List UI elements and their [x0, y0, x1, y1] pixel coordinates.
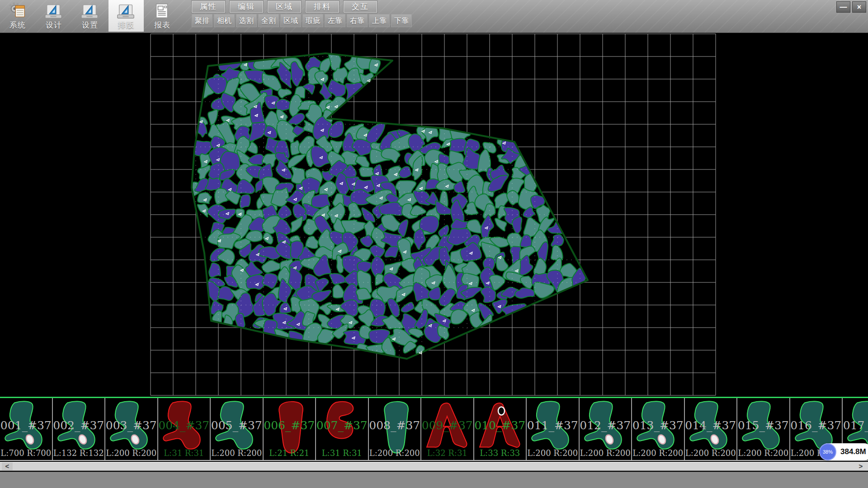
piece-thumbnail[interactable]: 003_#37L:200 R:200: [105, 398, 158, 460]
menu-button-row2-0[interactable]: 聚排: [192, 14, 212, 27]
piece-lr-count: L:31 R:31: [316, 448, 368, 458]
piece-id: 016_#37: [790, 419, 842, 432]
scroll-left-button[interactable]: <: [2, 462, 13, 470]
window-controls: —×: [836, 1, 866, 13]
toolbar-button-label: 系统: [0, 20, 35, 30]
piece-lr-count: L:200 R:200: [527, 448, 579, 458]
piece-lr-count: L:200 R:200: [580, 448, 632, 458]
piece-id: 008_#37: [369, 419, 421, 432]
scroll-right-button[interactable]: >: [855, 462, 866, 470]
piece-id: 017_#37: [843, 419, 868, 432]
toolbar-button-system-gear[interactable]: 系统: [0, 0, 35, 32]
menu-button-row2-7[interactable]: 右靠: [347, 14, 368, 27]
piece-thumbnail[interactable]: 008_#37L:200 R:200: [369, 398, 422, 460]
piece-thumbnail[interactable]: 012_#37L:200 R:200: [580, 398, 632, 460]
piece-id: 002_#37: [53, 419, 105, 432]
menu-button-row2-5[interactable]: 瑕疵: [302, 14, 323, 27]
piece-thumbnail[interactable]: 014_#37L:200 R:200: [685, 398, 738, 460]
piece-thumbnail[interactable]: 015_#37L:200 R:200: [737, 398, 790, 460]
piece-thumbnail[interactable]: 009_#37L:32 R:31: [421, 398, 474, 460]
progress-percent: 38%: [823, 449, 833, 455]
menu-button-row2-2[interactable]: 选割: [236, 14, 257, 27]
piece-lr-count: L:200 R:200: [369, 448, 421, 458]
toolbar: 系统设计设置排版报表 属性编辑区域排料交互 聚排相机选割全割区域瑕疵左靠右靠上靠…: [0, 0, 868, 33]
menu-button-row1-1[interactable]: 编辑: [230, 1, 263, 13]
toolbar-button-label: 报表: [145, 20, 180, 30]
menu-button-row2-6[interactable]: 左靠: [325, 14, 345, 27]
app-window: 系统设计设置排版报表 属性编辑区域排料交互 聚排相机选割全割区域瑕疵左靠右靠上靠…: [0, 0, 868, 488]
menu-button-row1-0[interactable]: 属性: [192, 1, 225, 13]
piece-thumbnail[interactable]: 005_#37L:200 R:200: [211, 398, 264, 460]
piece-id: 014_#37: [685, 419, 737, 432]
piece-lr-count: L:700 R:700: [0, 448, 52, 458]
piece-lr-count: L:32 R:31: [421, 448, 473, 458]
menu-row-primary: 属性编辑区域排料交互: [192, 1, 377, 13]
piece-thumbnail[interactable]: 004_#37L:31 R:31: [158, 398, 211, 460]
memory-badge[interactable]: 38% 384.8M: [820, 443, 868, 460]
nesting-canvas-area[interactable]: [0, 33, 868, 397]
piece-lr-count: L:200 R:200: [632, 448, 684, 458]
piece-lr-count: L:200 R:200: [685, 448, 737, 458]
piece-lr-count: L:132 R:132: [53, 448, 105, 458]
piece-thumbnail-strip: 001_#37L:700 R:700002_#37L:132 R:132003_…: [0, 397, 868, 461]
menu-button-row2-3[interactable]: 全割: [258, 14, 279, 27]
piece-thumbnail[interactable]: 001_#37L:700 R:700: [0, 398, 53, 460]
piece-lr-count: L:33 R:33: [474, 448, 526, 458]
piece-id: 012_#37: [580, 419, 632, 432]
piece-id: 013_#37: [632, 419, 684, 432]
piece-thumbnail[interactable]: 006_#37L:21 R:21: [264, 398, 316, 460]
piece-thumbnail[interactable]: 011_#37L:200 R:200: [527, 398, 580, 460]
piece-thumbnail[interactable]: 002_#37L:132 R:132: [53, 398, 106, 460]
toolbar-button-label: 设置: [72, 20, 108, 30]
menu-button-row2-8[interactable]: 上靠: [369, 14, 390, 27]
piece-thumbnail[interactable]: 010_#37L:33 R:33: [474, 398, 527, 460]
design-ruler-icon: [44, 1, 63, 20]
piece-thumbnail[interactable]: 013_#37L:200 R:200: [632, 398, 685, 460]
toolbar-button-label: 排版: [108, 20, 144, 30]
layout-ruler-icon: [117, 1, 136, 20]
menu-row-secondary: 聚排相机选割全割区域瑕疵左靠右靠上靠下靠: [192, 14, 412, 27]
piece-id: 006_#37: [264, 419, 316, 432]
piece-id: 011_#37: [527, 419, 579, 432]
settings-ruler-icon: [80, 1, 99, 20]
piece-id: 010_#37: [474, 419, 526, 432]
piece-id: 004_#37: [158, 419, 210, 432]
piece-lr-count: L:21 R:21: [264, 448, 316, 458]
piece-lr-count: L:200 R:200: [105, 448, 157, 458]
nesting-canvas[interactable]: [0, 33, 868, 397]
main-toolbar-buttons: 系统设计设置排版报表: [0, 0, 180, 33]
piece-lr-count: L:31 R:31: [158, 448, 210, 458]
menu-button-row2-9[interactable]: 下靠: [391, 14, 412, 27]
toolbar-button-label: 设计: [36, 20, 71, 30]
horizontal-scrollbar[interactable]: < >: [0, 462, 868, 471]
menu-button-row2-4[interactable]: 区域: [280, 14, 301, 27]
piece-id: 001_#37: [0, 419, 52, 432]
report-doc-icon: [153, 1, 172, 20]
piece-id: 015_#37: [737, 419, 789, 432]
system-gear-icon: [8, 1, 27, 20]
memory-value: 384.8M: [840, 447, 866, 456]
piece-lr-count: L:200 R:200: [737, 448, 789, 458]
status-bar: [0, 472, 868, 488]
piece-thumbnail[interactable]: 007_#37L:31 R:31: [316, 398, 369, 460]
toolbar-button-report-doc[interactable]: 报表: [145, 0, 180, 32]
piece-id: 007_#37: [316, 419, 368, 432]
toolbar-button-settings-ruler[interactable]: 设置: [72, 0, 108, 32]
piece-id: 003_#37: [105, 419, 157, 432]
progress-circle: 38%: [819, 443, 836, 460]
minimize-button[interactable]: —: [836, 1, 850, 13]
piece-lr-count: L:200 R:200: [211, 448, 263, 458]
menu-button-row1-2[interactable]: 区域: [268, 1, 301, 13]
close-button[interactable]: ×: [852, 1, 866, 13]
piece-id: 005_#37: [211, 419, 263, 432]
piece-id: 009_#37: [421, 419, 473, 432]
toolbar-button-layout-ruler[interactable]: 排版: [108, 0, 144, 32]
menu-button-row2-1[interactable]: 相机: [214, 14, 235, 27]
menu-button-row1-4[interactable]: 交互: [344, 1, 377, 13]
toolbar-button-design-ruler[interactable]: 设计: [36, 0, 71, 32]
menu-button-row1-3[interactable]: 排料: [306, 1, 339, 13]
